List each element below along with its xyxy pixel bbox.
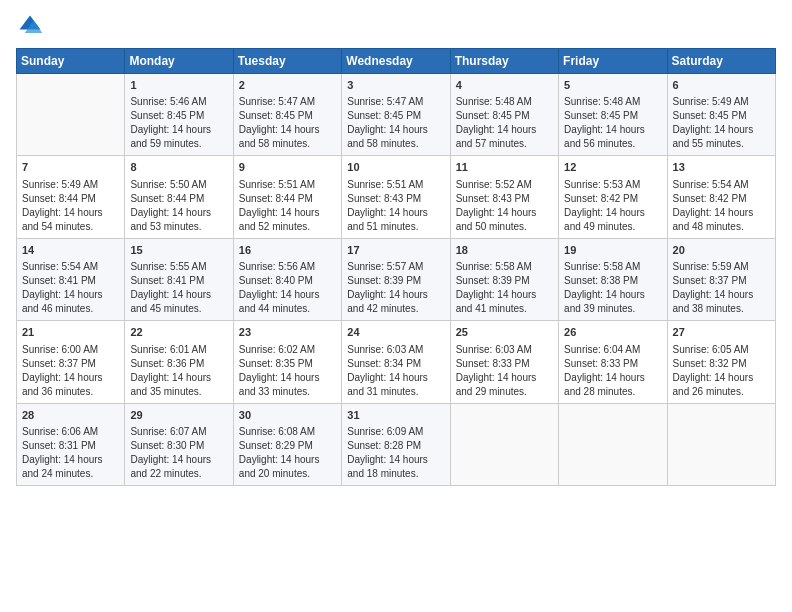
- cal-cell: 9Sunrise: 5:51 AMSunset: 8:44 PMDaylight…: [233, 156, 341, 238]
- day-info-line: Sunrise: 6:04 AM: [564, 343, 661, 357]
- calendar-table: SundayMondayTuesdayWednesdayThursdayFrid…: [16, 48, 776, 486]
- day-number: 3: [347, 78, 444, 93]
- day-info-line: Sunrise: 6:03 AM: [347, 343, 444, 357]
- day-info-line: Daylight: 14 hours: [239, 288, 336, 302]
- col-header-wednesday: Wednesday: [342, 49, 450, 74]
- day-number: 6: [673, 78, 770, 93]
- day-info-line: Sunrise: 6:01 AM: [130, 343, 227, 357]
- cal-cell: 17Sunrise: 5:57 AMSunset: 8:39 PMDayligh…: [342, 238, 450, 320]
- cal-cell: 15Sunrise: 5:55 AMSunset: 8:41 PMDayligh…: [125, 238, 233, 320]
- day-info-line: Sunrise: 6:06 AM: [22, 425, 119, 439]
- col-header-sunday: Sunday: [17, 49, 125, 74]
- day-info-line: Daylight: 14 hours: [564, 371, 661, 385]
- day-info-line: and 38 minutes.: [673, 302, 770, 316]
- week-row-4: 21Sunrise: 6:00 AMSunset: 8:37 PMDayligh…: [17, 321, 776, 403]
- day-info-line: Daylight: 14 hours: [564, 288, 661, 302]
- cal-cell: 3Sunrise: 5:47 AMSunset: 8:45 PMDaylight…: [342, 74, 450, 156]
- day-info-line: Sunset: 8:29 PM: [239, 439, 336, 453]
- week-row-1: 1Sunrise: 5:46 AMSunset: 8:45 PMDaylight…: [17, 74, 776, 156]
- day-info-line: Sunset: 8:42 PM: [673, 192, 770, 206]
- day-info-line: Sunset: 8:42 PM: [564, 192, 661, 206]
- day-info-line: Sunrise: 6:03 AM: [456, 343, 553, 357]
- day-info-line: and 53 minutes.: [130, 220, 227, 234]
- day-info-line: and 58 minutes.: [347, 137, 444, 151]
- day-info-line: Sunrise: 5:49 AM: [22, 178, 119, 192]
- day-info-line: and 29 minutes.: [456, 385, 553, 399]
- cal-cell: 20Sunrise: 5:59 AMSunset: 8:37 PMDayligh…: [667, 238, 775, 320]
- day-number: 1: [130, 78, 227, 93]
- day-number: 28: [22, 408, 119, 423]
- day-info-line: Sunset: 8:34 PM: [347, 357, 444, 371]
- day-info-line: Sunset: 8:33 PM: [456, 357, 553, 371]
- week-row-5: 28Sunrise: 6:06 AMSunset: 8:31 PMDayligh…: [17, 403, 776, 485]
- day-number: 16: [239, 243, 336, 258]
- col-header-saturday: Saturday: [667, 49, 775, 74]
- day-number: 23: [239, 325, 336, 340]
- day-info-line: and 22 minutes.: [130, 467, 227, 481]
- day-number: 9: [239, 160, 336, 175]
- day-info-line: and 42 minutes.: [347, 302, 444, 316]
- day-info-line: Sunset: 8:45 PM: [456, 109, 553, 123]
- day-info-line: Daylight: 14 hours: [239, 206, 336, 220]
- cal-cell: 2Sunrise: 5:47 AMSunset: 8:45 PMDaylight…: [233, 74, 341, 156]
- day-info-line: Sunset: 8:28 PM: [347, 439, 444, 453]
- day-info-line: Sunset: 8:44 PM: [239, 192, 336, 206]
- day-info-line: Sunrise: 6:05 AM: [673, 343, 770, 357]
- day-info-line: Sunrise: 5:56 AM: [239, 260, 336, 274]
- day-info-line: Daylight: 14 hours: [456, 206, 553, 220]
- day-info-line: Sunrise: 6:08 AM: [239, 425, 336, 439]
- day-info-line: Sunset: 8:45 PM: [347, 109, 444, 123]
- day-info-line: and 35 minutes.: [130, 385, 227, 399]
- day-info-line: Sunset: 8:41 PM: [22, 274, 119, 288]
- cal-cell: 31Sunrise: 6:09 AMSunset: 8:28 PMDayligh…: [342, 403, 450, 485]
- day-number: 17: [347, 243, 444, 258]
- day-number: 13: [673, 160, 770, 175]
- day-info-line: and 56 minutes.: [564, 137, 661, 151]
- day-info-line: Daylight: 14 hours: [564, 123, 661, 137]
- day-number: 29: [130, 408, 227, 423]
- cal-cell: [559, 403, 667, 485]
- day-info-line: Daylight: 14 hours: [22, 288, 119, 302]
- day-info-line: Sunrise: 6:00 AM: [22, 343, 119, 357]
- day-info-line: Daylight: 14 hours: [347, 288, 444, 302]
- day-info-line: Daylight: 14 hours: [239, 371, 336, 385]
- day-info-line: Sunrise: 5:52 AM: [456, 178, 553, 192]
- day-info-line: Daylight: 14 hours: [22, 206, 119, 220]
- day-info-line: Sunrise: 5:51 AM: [239, 178, 336, 192]
- day-info-line: Daylight: 14 hours: [673, 206, 770, 220]
- day-info-line: and 41 minutes.: [456, 302, 553, 316]
- day-info-line: and 24 minutes.: [22, 467, 119, 481]
- day-info-line: Daylight: 14 hours: [130, 206, 227, 220]
- day-number: 10: [347, 160, 444, 175]
- day-info-line: and 57 minutes.: [456, 137, 553, 151]
- day-number: 18: [456, 243, 553, 258]
- cal-cell: 28Sunrise: 6:06 AMSunset: 8:31 PMDayligh…: [17, 403, 125, 485]
- day-info-line: Daylight: 14 hours: [564, 206, 661, 220]
- cal-cell: 7Sunrise: 5:49 AMSunset: 8:44 PMDaylight…: [17, 156, 125, 238]
- col-header-tuesday: Tuesday: [233, 49, 341, 74]
- day-number: 8: [130, 160, 227, 175]
- logo: [16, 12, 48, 40]
- day-info-line: Daylight: 14 hours: [347, 371, 444, 385]
- day-info-line: and 36 minutes.: [22, 385, 119, 399]
- day-info-line: Sunset: 8:31 PM: [22, 439, 119, 453]
- day-info-line: and 45 minutes.: [130, 302, 227, 316]
- col-header-friday: Friday: [559, 49, 667, 74]
- header-row: SundayMondayTuesdayWednesdayThursdayFrid…: [17, 49, 776, 74]
- day-info-line: and 51 minutes.: [347, 220, 444, 234]
- cal-cell: 25Sunrise: 6:03 AMSunset: 8:33 PMDayligh…: [450, 321, 558, 403]
- day-info-line: Sunset: 8:39 PM: [456, 274, 553, 288]
- cal-cell: 21Sunrise: 6:00 AMSunset: 8:37 PMDayligh…: [17, 321, 125, 403]
- day-info-line: Daylight: 14 hours: [673, 123, 770, 137]
- cal-cell: [17, 74, 125, 156]
- day-info-line: Daylight: 14 hours: [456, 288, 553, 302]
- day-info-line: Daylight: 14 hours: [130, 453, 227, 467]
- day-number: 11: [456, 160, 553, 175]
- day-info-line: Daylight: 14 hours: [130, 288, 227, 302]
- day-info-line: Daylight: 14 hours: [347, 453, 444, 467]
- day-info-line: Sunset: 8:35 PM: [239, 357, 336, 371]
- day-number: 27: [673, 325, 770, 340]
- cal-cell: 6Sunrise: 5:49 AMSunset: 8:45 PMDaylight…: [667, 74, 775, 156]
- day-info-line: and 46 minutes.: [22, 302, 119, 316]
- cal-cell: 24Sunrise: 6:03 AMSunset: 8:34 PMDayligh…: [342, 321, 450, 403]
